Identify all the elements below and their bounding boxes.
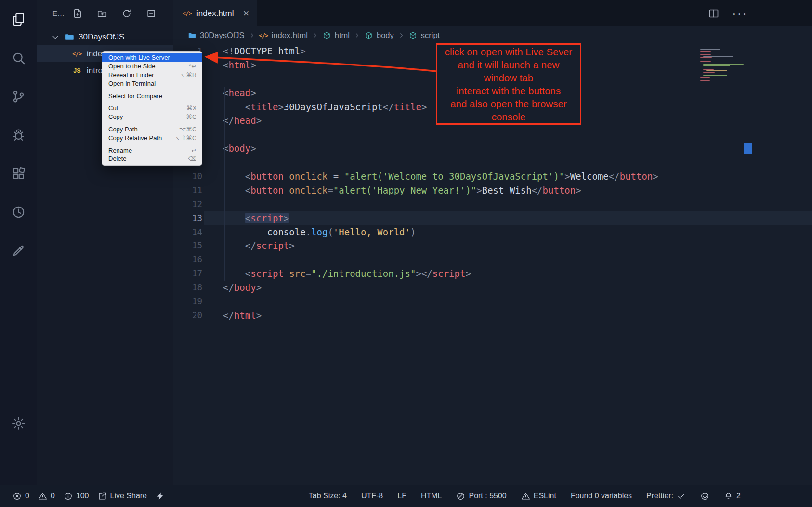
menu-item-delete[interactable]: Delete⌫ [102, 155, 202, 163]
status-eslint[interactable]: ESLint [521, 492, 556, 501]
menu-item-open-to-the-side[interactable]: Open to the Side^↵ [102, 62, 202, 71]
menu-item-cut[interactable]: Cut⌘X [102, 104, 202, 113]
activity-settings[interactable] [0, 404, 37, 442]
warning-icon [521, 492, 530, 501]
activity-extensions[interactable] [0, 154, 37, 193]
line-number: 12 [173, 197, 202, 211]
minimap[interactable] [700, 49, 747, 82]
context-menu: Open with Live ServerOpen to the Side^↵R… [102, 51, 202, 166]
status-language-mode[interactable]: HTML [421, 492, 442, 500]
chevron-right-icon [398, 32, 405, 39]
annotation-text: click on open with Live Severand it will… [445, 45, 572, 123]
activity-run-debug[interactable] [0, 116, 37, 154]
more-actions-icon[interactable]: ··· [734, 8, 746, 19]
breadcrumb-item-script[interactable]: script [409, 31, 440, 40]
status-tab-size[interactable]: Tab Size: 4 [309, 492, 347, 500]
status-eol[interactable]: LF [397, 492, 406, 500]
activity-source-control[interactable] [0, 77, 37, 116]
code-file-icon: </> [260, 31, 268, 39]
status-errors[interactable]: 0 [13, 492, 29, 501]
activity-search[interactable] [0, 39, 37, 77]
scrollbar-marker[interactable] [744, 143, 752, 154]
code-line-19[interactable]: 19 [173, 295, 812, 309]
collapse-all-button[interactable] [146, 8, 157, 19]
status-live-server-port[interactable]: Port : 5500 [456, 492, 506, 501]
split-editor-icon[interactable] [708, 8, 720, 19]
status-live-share[interactable]: Live Share [98, 492, 147, 501]
code-line-12[interactable]: 12 [173, 197, 812, 211]
status-prettier[interactable]: Prettier: [646, 492, 686, 501]
explorer-title: E… [52, 9, 65, 17]
code-line-13[interactable]: 13 <script> [173, 211, 812, 225]
settings-icon [11, 416, 26, 431]
code-line-11[interactable]: 11 <button onclick="alert('Happy New Yea… [173, 183, 812, 197]
code-line-10[interactable]: 10 <button onclick = "alert('Welcome to … [173, 169, 812, 183]
minimap-line [700, 61, 711, 62]
cube-icon [409, 31, 417, 39]
code-line-16[interactable]: 16 [173, 253, 812, 267]
status-bolt[interactable] [156, 492, 165, 501]
menu-item-reveal-in-finder[interactable]: Reveal in Finder⌥⌘R [102, 71, 202, 79]
breadcrumb-item-body[interactable]: body [365, 31, 394, 40]
minimap-line [700, 80, 710, 81]
menu-item-select-for-compare[interactable]: Select for Compare [102, 91, 202, 100]
new-folder-button[interactable] [97, 8, 107, 19]
code-line-15[interactable]: 15 </script> [173, 239, 812, 253]
line-number: 18 [173, 281, 202, 295]
source-control-icon [11, 89, 26, 104]
line-number: 17 [173, 267, 202, 281]
menu-item-copy[interactable]: Copy⌘C [102, 113, 202, 121]
folder-icon [65, 32, 74, 42]
menu-item-copy-relative-path[interactable]: Copy Relative Path⌥⇧⌘C [102, 133, 202, 142]
activity-bar-top [0, 0, 37, 270]
html-file-icon: </> [183, 9, 191, 17]
status-warnings[interactable]: 0 [38, 492, 55, 501]
activity-explorer[interactable] [0, 0, 37, 39]
code-line-7[interactable]: 7 [173, 128, 812, 142]
breadcrumb-item-html[interactable]: html [323, 31, 350, 40]
code-line-20[interactable]: 20</html> [173, 309, 812, 323]
status-label: LF [397, 492, 406, 500]
status-label: Port : 5500 [469, 492, 506, 500]
minimap-line [706, 70, 727, 71]
vscode-window: E… 30DaysOfJS </>index.htmlJSintroductio… [0, 0, 812, 507]
status-notifications[interactable]: 2 [724, 492, 741, 501]
tab-close-icon[interactable]: × [243, 8, 249, 19]
minimap-line [703, 64, 744, 65]
breadcrumb-label: index.html [272, 31, 308, 40]
status-variables-found[interactable]: Found 0 variables [571, 492, 632, 500]
menu-item-rename[interactable]: Rename↵ [102, 146, 202, 155]
menu-separator [102, 123, 202, 123]
status-label: 100 [76, 492, 89, 500]
tab-label: index.html [196, 9, 234, 18]
code-line-8[interactable]: 8<body> [173, 142, 812, 156]
code-file-icon: </> [72, 49, 82, 59]
status-feedback[interactable] [700, 492, 709, 501]
explorer-header: E… [37, 0, 173, 26]
share-icon [98, 492, 107, 501]
status-encoding[interactable]: UTF-8 [361, 492, 383, 500]
indent-guide [224, 87, 225, 281]
minimap-line [703, 75, 727, 76]
code-line-14[interactable]: 14 console.log('Hello, World') [173, 225, 812, 239]
activity-history[interactable] [0, 193, 37, 231]
code-line-17[interactable]: 17 <script src="./introduction.js"></scr… [173, 267, 812, 281]
folder-icon [188, 31, 196, 39]
activity-pen[interactable] [0, 231, 37, 270]
breadcrumb-item-index-html[interactable]: </>index.html [260, 31, 308, 40]
code-line-9[interactable]: 9 [173, 156, 812, 169]
status-left: 00100Live Share [13, 492, 165, 501]
history-icon [11, 205, 26, 220]
minimap-line [700, 49, 720, 50]
tab-index-html[interactable]: </> index.html × [173, 0, 257, 26]
breadcrumb-item-30daysofjs[interactable]: 30DaysOfJS [188, 31, 245, 40]
new-file-button[interactable] [72, 8, 83, 19]
menu-item-open-with-live-server[interactable]: Open with Live Server [102, 53, 202, 62]
refresh-button[interactable] [121, 8, 132, 19]
menu-item-open-in-terminal[interactable]: Open in Terminal [102, 79, 202, 88]
tree-item-root-folder[interactable]: 30DaysOfJS [37, 28, 173, 45]
code-line-18[interactable]: 18</body> [173, 281, 812, 295]
menu-item-copy-path[interactable]: Copy Path⌥⌘C [102, 125, 202, 134]
status-info-count[interactable]: 100 [64, 492, 89, 501]
status-bar: 00100Live Share Tab Size: 4UTF-8LFHTMLPo… [0, 485, 812, 507]
